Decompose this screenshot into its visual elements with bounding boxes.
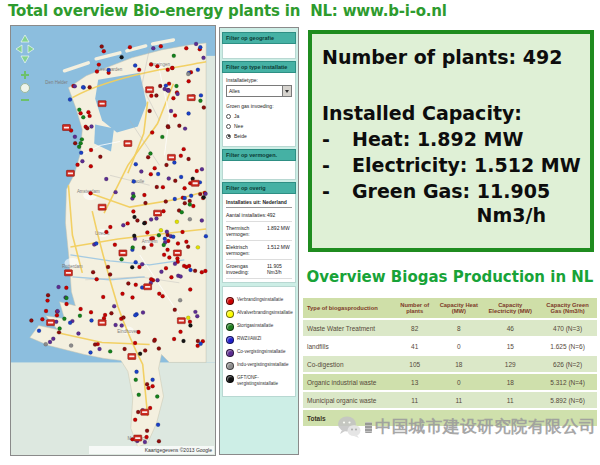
map-marker-rwzi-awzi[interactable] xyxy=(189,268,193,272)
map-marker-gft-onf[interactable] xyxy=(138,352,142,356)
map-marker-verbranding[interactable] xyxy=(108,225,112,229)
map-marker-co-vergisting[interactable] xyxy=(121,223,125,227)
map-marker-co-vergisting[interactable] xyxy=(154,217,158,221)
map-marker-verbranding-donker[interactable] xyxy=(157,439,161,443)
map-marker-stortgas[interactable] xyxy=(58,327,62,331)
map-marker-rwzi-awzi[interactable] xyxy=(134,260,138,264)
map-marker-verbranding[interactable] xyxy=(161,185,165,189)
installatietype-select[interactable]: Alles xyxy=(226,85,292,97)
map-marker-verbranding[interactable] xyxy=(133,341,137,345)
map-marker-verbranding-donker[interactable] xyxy=(173,179,177,183)
map-marker-verbranding-donker[interactable] xyxy=(164,200,168,204)
map-marker-stortgas[interactable] xyxy=(155,395,159,399)
pan-right-icon[interactable] xyxy=(28,45,34,53)
map-marker-rwzi-awzi[interactable] xyxy=(90,318,94,322)
map-marker-verbranding[interactable] xyxy=(89,164,93,168)
map-marker-co-vergisting[interactable] xyxy=(151,46,155,50)
map-marker-verbranding[interactable] xyxy=(128,45,132,49)
map-marker-co-vergisting[interactable] xyxy=(104,177,108,181)
map-marker-rwzi-awzi[interactable] xyxy=(156,172,160,176)
map-marker-co-vergisting[interactable] xyxy=(173,262,177,266)
map-marker-verbranding-donker[interactable] xyxy=(148,109,152,113)
map-marker-rwzi-awzi[interactable] xyxy=(133,313,137,317)
map-marker-verbranding[interactable] xyxy=(166,68,170,72)
map-marker-rwzi-awzi[interactable] xyxy=(156,423,160,427)
map-marker-verbranding[interactable] xyxy=(162,253,166,257)
radio-option-beide[interactable]: Beide xyxy=(226,133,292,139)
map-marker-verbranding[interactable] xyxy=(184,265,188,269)
map-marker-verbranding-donker[interactable] xyxy=(145,382,149,386)
map-marker-afvalverbranding[interactable] xyxy=(159,228,163,232)
map-marker-verbranding[interactable] xyxy=(164,266,168,270)
map-marker-verbranding-donker[interactable] xyxy=(166,125,170,129)
map-marker-co-vergisting[interactable] xyxy=(141,311,145,315)
map-marker-stortgas[interactable] xyxy=(162,243,166,247)
map-marker-verbranding[interactable] xyxy=(195,169,199,173)
map-marker-verbranding[interactable] xyxy=(203,269,207,273)
map-marker-verbranding-donker[interactable] xyxy=(187,157,191,161)
map-marker-verbranding[interactable] xyxy=(149,62,153,66)
map-marker-verbranding[interactable] xyxy=(184,240,188,244)
map-marker-indu-vergisting[interactable] xyxy=(188,217,192,221)
map-marker-verbranding-donker[interactable] xyxy=(122,316,126,320)
map-marker-afvalverbranding[interactable] xyxy=(186,316,190,320)
map-marker-verbranding[interactable] xyxy=(161,294,165,298)
map-marker-co-vergisting[interactable] xyxy=(90,124,94,128)
map-marker-stortgas[interactable] xyxy=(148,152,152,156)
radio-icon[interactable] xyxy=(226,114,231,119)
radio-icon[interactable] xyxy=(226,124,231,129)
map-marker-co-vergisting[interactable] xyxy=(51,337,55,341)
map-marker-verbranding[interactable] xyxy=(155,64,159,68)
map-marker-verbranding[interactable] xyxy=(169,275,173,279)
map-marker-co-vergisting[interactable] xyxy=(200,167,204,171)
map-marker-stortgas[interactable] xyxy=(160,135,164,139)
map-marker-rwzi-awzi[interactable] xyxy=(198,45,202,49)
map-marker-verbranding[interactable] xyxy=(182,147,186,151)
map-marker-verbranding[interactable] xyxy=(171,96,175,100)
map-marker-afvalverbranding[interactable] xyxy=(196,245,200,249)
map-marker-verbranding[interactable] xyxy=(173,114,177,118)
map-marker-verbranding-donker[interactable] xyxy=(173,308,177,312)
map-marker-stortgas[interactable] xyxy=(174,84,178,88)
map-marker-gft-onf[interactable] xyxy=(120,55,124,59)
map-marker-verbranding[interactable] xyxy=(102,49,106,53)
map-marker-verbranding-donker[interactable] xyxy=(46,293,50,297)
map-marker-rwzi-awzi[interactable] xyxy=(81,85,85,89)
map-marker-rwzi-awzi[interactable] xyxy=(79,151,83,155)
map-marker-verbranding-donker[interactable] xyxy=(98,155,102,159)
map-marker-co-vergisting[interactable] xyxy=(80,159,84,163)
map-marker-stortgas[interactable] xyxy=(77,108,81,112)
map-marker-verbranding-donker[interactable] xyxy=(109,311,113,315)
map-marker-stortgas[interactable] xyxy=(131,246,135,250)
map-marker-co-vergisting[interactable] xyxy=(195,314,199,318)
map-marker-verbranding-donker[interactable] xyxy=(177,124,181,128)
map-marker-verbranding-donker[interactable] xyxy=(152,339,156,343)
map-marker-verbranding[interactable] xyxy=(79,111,83,115)
map-marker-verbranding[interactable] xyxy=(150,131,154,135)
map-marker-verbranding[interactable] xyxy=(145,435,149,439)
map-marker-co-vergisting[interactable] xyxy=(140,262,144,266)
map-marker-indu-vergisting[interactable] xyxy=(44,342,48,346)
map-marker-verbranding[interactable] xyxy=(137,330,141,334)
map-marker-co-vergisting[interactable] xyxy=(169,109,173,113)
map-marker-verbranding[interactable] xyxy=(137,68,141,72)
map-marker-verbranding[interactable] xyxy=(149,94,153,98)
map-marker-verbranding[interactable] xyxy=(187,79,191,83)
map-marker-verbranding[interactable] xyxy=(149,172,153,176)
map-marker-verbranding[interactable] xyxy=(79,307,83,311)
map-marker-verbranding-donker[interactable] xyxy=(164,163,168,167)
map-marker-verbranding-donker[interactable] xyxy=(100,45,104,49)
map-marker-verbranding[interactable] xyxy=(101,295,105,299)
map-marker-rwzi-awzi[interactable] xyxy=(135,370,139,374)
map-marker-rwzi-awzi[interactable] xyxy=(183,196,187,200)
map-marker-stortgas[interactable] xyxy=(120,257,124,261)
map-marker-co-vergisting[interactable] xyxy=(183,127,187,131)
map-marker-verbranding[interactable] xyxy=(126,221,130,225)
map-marker-co-vergisting[interactable] xyxy=(167,177,171,181)
map-marker-rwzi-awzi[interactable] xyxy=(94,242,98,246)
map-marker-verbranding-donker[interactable] xyxy=(106,265,110,269)
radio-option-ja[interactable]: Ja xyxy=(226,113,292,119)
map-marker-verbranding-donker[interactable] xyxy=(126,281,130,285)
filter-section-geografie[interactable]: Filter op geografie xyxy=(222,32,296,44)
map-marker-rwzi-awzi[interactable] xyxy=(204,234,208,238)
